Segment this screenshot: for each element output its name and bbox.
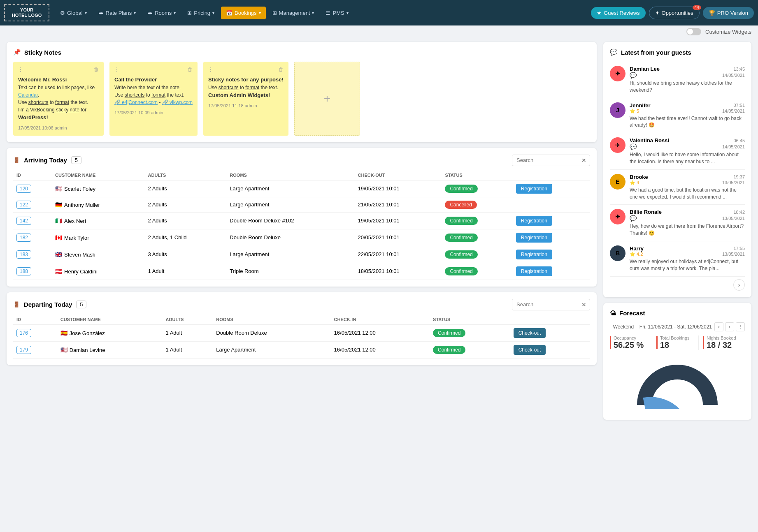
arriving-cell-checkout: 18/05/2021 10:01 [355,263,442,280]
note-2-delete[interactable]: 🗑 [188,66,193,73]
arriving-search-clear[interactable]: ✕ [578,155,590,166]
guest-info: Billie Ronale 18:42 💬 13/05/2021 Hey, ho… [630,209,745,237]
nav-global[interactable]: ⚙ Global ▾ [55,7,92,19]
chat-icon: 💬 [610,49,618,56]
guest-item[interactable]: ✈ Billie Ronale 18:42 💬 13/05/2021 Hey, … [610,205,745,241]
nav-management[interactable]: ⊞ Management ▾ [267,7,319,19]
nav-pricing[interactable]: ⊞ Pricing ▾ [182,7,219,19]
guest-list: ✈ Damian Lee 13:45 💬 14/05/2021 Hi, shou… [610,62,745,277]
chevron-down-icon: ▾ [312,11,314,15]
arriving-cell-checkout: 19/05/2021 10:01 [355,180,442,197]
guest-info: Damian Lee 13:45 💬 14/05/2021 Hi, should… [630,66,745,94]
calendar-icon: 📅 [226,10,233,16]
checkout-button[interactable]: Check-out [514,328,546,338]
guest-item[interactable]: E Brooke 19:37 ⭐ 4 13/05/2021 We had a g… [610,170,745,205]
guest-message: We had the best time ever!! Cannot wait … [630,115,745,129]
forecast-menu-button[interactable]: ⋮ [736,322,745,331]
guest-avatar: B [610,245,625,261]
trophy-icon: 🏆 [709,10,715,16]
note-3-dots[interactable]: ⋮ [208,66,213,73]
note-3-delete[interactable]: 🗑 [279,66,284,73]
nav-bookings[interactable]: 📅 Bookings ▾ [221,7,265,19]
arriving-cell-id: 182 [13,229,52,246]
guest-chat-or-rating: 💬 [630,143,637,150]
pin-icon: 📌 [13,49,21,56]
booking-id-link[interactable]: 122 [16,201,31,209]
booking-id-link[interactable]: 120 [16,185,31,193]
guest-more-button[interactable]: › [733,279,745,291]
checkout-button[interactable]: Check-out [514,345,546,355]
guest-item[interactable]: J Jennifer 07:51 ⭐ 5 14/05/2021 We had t… [610,98,745,134]
chevron-down-icon: ▾ [134,11,136,15]
registration-button[interactable]: Registration [516,266,552,276]
total-bookings-metric: Total Bookings 18 [652,335,699,350]
registration-button[interactable]: Registration [516,250,552,259]
note-2-dots[interactable]: ⋮ [114,66,119,73]
guest-time: 07:51 [733,103,745,108]
sticky-note-2: ⋮ 🗑 Call the Provider Write here the tex… [109,62,198,136]
right-column: 💬 Latest from your guests ✈ Damian Lee 1… [603,42,751,420]
registration-button[interactable]: Registration [516,216,552,226]
note-1-link-calendar[interactable]: Calendar [18,92,38,98]
chevron-down-icon: ▾ [212,11,214,15]
customize-label[interactable]: Customize Widgets [705,29,751,35]
chat-bubble-icon: 💬 [630,215,637,222]
note-3-footer: 17/05/2021 11:18 admin [208,102,284,109]
guest-item[interactable]: ✈ Damian Lee 13:45 💬 14/05/2021 Hi, shou… [610,62,745,98]
arriving-search-input[interactable] [512,155,578,165]
arriving-cell-rooms: Double Room Deluxe [226,229,354,246]
note-2-link-vikwp[interactable]: 🔗 vikwp.com [162,99,193,105]
guest-time: 18:42 [733,210,745,215]
arriving-cell-id: 183 [13,246,52,263]
left-column: 📌 Sticky Notes ⋮ 🗑 Welcome Mr. Rossi Tex… [7,42,597,365]
booking-id-link[interactable]: 179 [16,346,31,354]
arriving-cell-status: Confirmed [442,212,512,229]
guest-chat-or-rating: ⭐ 4.2 [630,252,643,257]
booking-id-link[interactable]: 188 [16,267,31,275]
arriving-row: 183 🇬🇧Steven Mask 3 Adults Large Apartme… [13,246,590,263]
nav-pms[interactable]: ☰ PMS ▾ [321,7,353,19]
departing-col-status: STATUS [430,315,510,325]
booking-id-link[interactable]: 183 [16,250,31,259]
guest-date: 14/05/2021 [722,109,745,113]
hotel-logo[interactable]: YOUR HOTEL LOGO [4,4,49,21]
status-badge: Confirmed [433,346,465,354]
booking-id-link[interactable]: 182 [16,234,31,242]
add-sticky-note-button[interactable]: + [294,62,360,136]
rooms-icon: 🛏 [147,10,153,16]
departing-cell-checkin: 16/05/2021 12:00 [331,324,430,341]
arriving-row: 120 🇺🇸Scarlet Foley 2 Adults Large Apart… [13,180,590,197]
booking-id-link[interactable]: 176 [16,329,31,337]
note-1-delete[interactable]: 🗑 [94,66,99,73]
departing-icon: 🚪 [13,301,20,308]
departing-search-clear[interactable]: ✕ [578,299,590,310]
note-3-title: Sticky notes for any purpose! [208,76,284,83]
forecast-prev-button[interactable]: ‹ [714,322,723,331]
nav-rooms[interactable]: 🛏 Rooms ▾ [142,7,181,19]
guest-item[interactable]: ✈ Valentina Rossi 06:45 💬 14/05/2021 Hel… [610,133,745,170]
departing-cell-status: Confirmed [430,341,510,358]
departing-search-input[interactable] [512,299,578,310]
arriving-today-card: 🚪 Arriving Today 5 ✕ ID CUSTOMER NAME AD… [7,148,597,287]
arriving-header: 🚪 Arriving Today 5 ✕ [13,155,590,166]
note-2-link-e4j[interactable]: 🔗 e4jConnect.com [114,99,158,105]
arriving-cell-id: 120 [13,180,52,197]
nav-rate-plans[interactable]: 🛏 Rate Plans ▾ [93,7,141,19]
departing-col-adults: ADULTS [163,315,213,325]
forecast-next-button[interactable]: › [725,322,734,331]
main-area: 📌 Sticky Notes ⋮ 🗑 Welcome Mr. Rossi Tex… [0,35,758,426]
guest-chat-or-rating: ⭐ 5 [630,109,639,114]
booking-id-link[interactable]: 142 [16,217,31,225]
guest-name: Harry [630,245,644,252]
guest-item[interactable]: B Harry 17:55 ⭐ 4.2 13/05/2021 We really… [610,241,745,277]
guest-name: Valentina Rossi [630,137,669,143]
note-1-dots[interactable]: ⋮ [18,66,23,73]
registration-button[interactable]: Registration [516,233,552,243]
customize-toggle[interactable] [686,28,701,35]
registration-button[interactable]: Registration [516,184,552,194]
opportunities-button[interactable]: 44 ✦ Opportunities [649,7,700,19]
nights-booked-metric: Nights Booked 18 / 32 [699,335,745,350]
arriving-count: 5 [71,156,81,164]
pro-version-button[interactable]: 🏆 PRO Version [703,7,754,19]
guest-reviews-button[interactable]: ★ Guest Reviews [591,7,645,19]
